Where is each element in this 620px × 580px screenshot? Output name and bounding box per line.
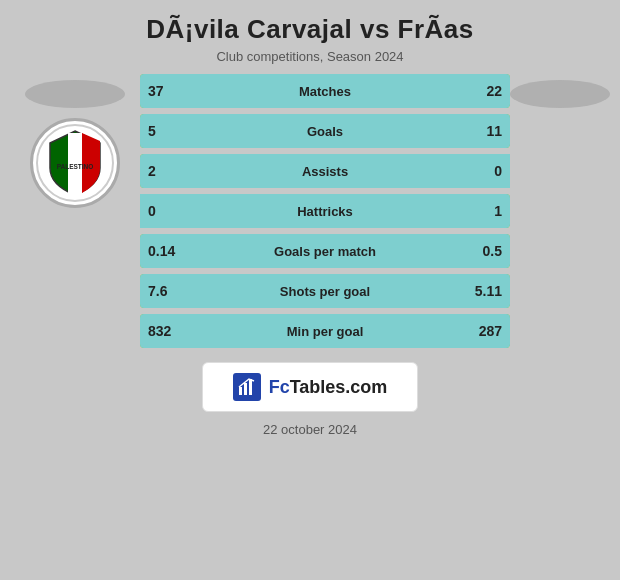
date-text: 22 october 2024 xyxy=(263,422,357,437)
stat-left-value: 7.6 xyxy=(148,283,167,299)
stat-left-value: 0.14 xyxy=(148,243,175,259)
stat-row: 0.14Goals per match0.5 xyxy=(140,234,510,268)
stat-left-value: 2 xyxy=(148,163,156,179)
stat-row: 5Goals11 xyxy=(140,114,510,148)
watermark-box: FcTables.com xyxy=(202,362,419,412)
stat-right-value: 11 xyxy=(486,123,502,139)
stat-label: Assists xyxy=(302,164,348,179)
stat-left-value: 0 xyxy=(148,203,156,219)
svg-text:PALESTINO: PALESTINO xyxy=(57,163,94,170)
svg-rect-4 xyxy=(249,379,252,395)
left-oval-decoration xyxy=(25,80,125,108)
subtitle: Club competitions, Season 2024 xyxy=(216,49,403,64)
stat-right-value: 0.5 xyxy=(483,243,502,259)
watermark-text: FcTables.com xyxy=(269,377,388,398)
stat-right-value: 5.11 xyxy=(475,283,502,299)
stat-label: Shots per goal xyxy=(280,284,370,299)
stat-label: Min per goal xyxy=(287,324,364,339)
stat-label: Hattricks xyxy=(297,204,353,219)
stat-left-value: 5 xyxy=(148,123,156,139)
team-logo: PALESTINO xyxy=(30,118,120,208)
svg-rect-2 xyxy=(239,387,242,395)
stat-right-value: 22 xyxy=(486,83,502,99)
svg-rect-3 xyxy=(244,383,247,395)
stat-right-value: 287 xyxy=(479,323,502,339)
stat-row: 2Assists0 xyxy=(140,154,510,188)
stat-right-value: 1 xyxy=(494,203,502,219)
right-oval-decoration xyxy=(510,80,610,108)
stat-row: 0Hattricks1 xyxy=(140,194,510,228)
stat-label: Goals xyxy=(307,124,343,139)
stat-label: Matches xyxy=(299,84,351,99)
stat-left-value: 37 xyxy=(148,83,164,99)
page-title: DÃ¡vila Carvajal vs FrÃ­as xyxy=(146,14,474,45)
stat-row: 37Matches22 xyxy=(140,74,510,108)
stat-left-value: 832 xyxy=(148,323,171,339)
watermark-icon xyxy=(233,373,261,401)
stat-label: Goals per match xyxy=(274,244,376,259)
stat-row: 7.6Shots per goal5.11 xyxy=(140,274,510,308)
stat-right-value: 0 xyxy=(494,163,502,179)
stat-row: 832Min per goal287 xyxy=(140,314,510,348)
